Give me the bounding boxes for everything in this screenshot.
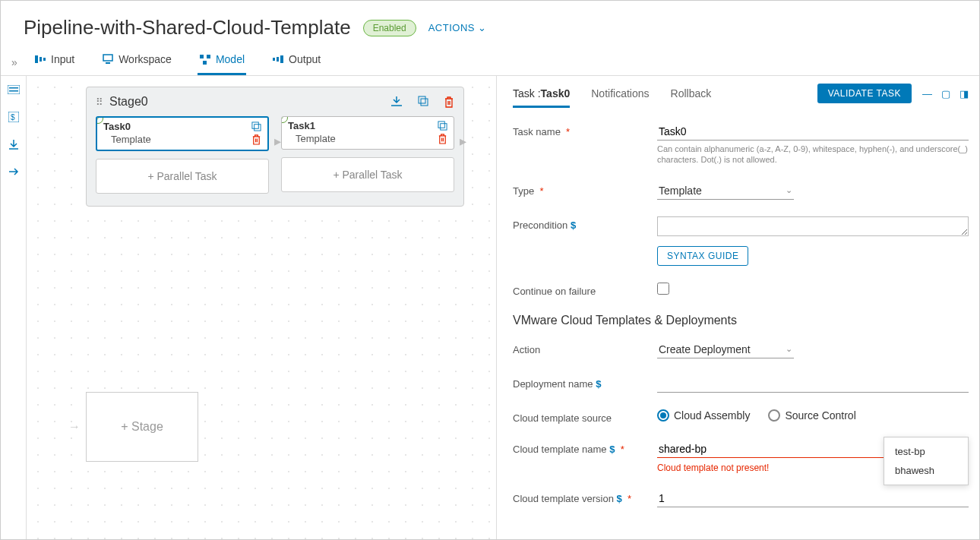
type-label: Type bbox=[513, 185, 534, 197]
download-icon[interactable] bbox=[6, 137, 21, 152]
task-name-input[interactable] bbox=[657, 123, 969, 141]
input-icon bbox=[34, 53, 46, 65]
panel-tab-task-name: Task0 bbox=[541, 87, 571, 99]
svg-rect-13 bbox=[9, 90, 18, 92]
drag-handle-icon[interactable]: ⠿ bbox=[96, 96, 103, 108]
chevron-down-icon: ⌄ bbox=[786, 344, 792, 354]
maximize-icon[interactable]: ▢ bbox=[941, 88, 950, 99]
arrow-right-icon[interactable] bbox=[6, 164, 21, 179]
page-title: Pipeline-with-Shared-Cloud-Template bbox=[24, 16, 351, 39]
radio-icon bbox=[768, 409, 780, 422]
add-parallel-task-button[interactable]: + Parallel Task bbox=[96, 159, 269, 194]
expand-sidebar-icon[interactable]: » bbox=[10, 52, 27, 73]
template-name-label: Cloud template name bbox=[513, 444, 607, 455]
task-name: Task1 bbox=[288, 120, 315, 131]
model-icon bbox=[199, 53, 211, 65]
delete-task-icon[interactable] bbox=[251, 134, 261, 145]
workspace-icon bbox=[102, 53, 114, 65]
tab-model-label: Model bbox=[216, 53, 245, 65]
download-stage-icon[interactable] bbox=[390, 96, 403, 108]
tab-input-label: Input bbox=[51, 53, 74, 65]
continue-label: Continue on failure bbox=[513, 286, 596, 297]
validate-task-button[interactable]: VALIDATE TASK bbox=[817, 84, 912, 103]
svg-rect-7 bbox=[203, 61, 207, 65]
flow-arrow-icon: ▸ bbox=[274, 133, 281, 150]
add-parallel-task-button[interactable]: + Parallel Task bbox=[281, 157, 454, 192]
delete-task-icon[interactable] bbox=[438, 133, 447, 144]
continue-on-failure-checkbox[interactable] bbox=[657, 283, 669, 295]
template-version-label: Cloud template version bbox=[513, 493, 614, 504]
deployment-name-label: Deployment name bbox=[513, 378, 593, 390]
task-card-task0[interactable]: ✓ Task0 Template bbox=[96, 116, 269, 151]
svg-rect-11 bbox=[8, 85, 20, 94]
panel-tab-task[interactable]: Task :Task0 bbox=[513, 87, 570, 108]
dock-icon[interactable]: ◨ bbox=[959, 88, 969, 99]
tab-model[interactable]: Model bbox=[198, 49, 246, 75]
chevron-down-icon: ⌄ bbox=[478, 22, 487, 33]
deployment-name-input[interactable] bbox=[657, 375, 969, 393]
svg-rect-4 bbox=[106, 62, 110, 64]
copy-stage-icon[interactable] bbox=[418, 96, 428, 108]
svg-text:$: $ bbox=[11, 113, 15, 122]
copy-task-icon[interactable] bbox=[251, 122, 261, 131]
type-value: Template bbox=[659, 185, 702, 197]
tab-workspace-label: Workspace bbox=[119, 53, 172, 65]
svg-rect-1 bbox=[40, 57, 42, 62]
stage-title: Stage0 bbox=[109, 95, 390, 109]
svg-rect-21 bbox=[441, 124, 447, 130]
type-select[interactable]: Template ⌄ bbox=[657, 182, 794, 200]
actions-dropdown[interactable]: ACTIONS ⌄ bbox=[428, 22, 487, 33]
tab-output[interactable]: Output bbox=[270, 49, 322, 75]
suggestion-item[interactable]: bhawesh bbox=[884, 461, 968, 480]
layout-icon[interactable] bbox=[6, 82, 21, 97]
delete-stage-icon[interactable] bbox=[444, 96, 454, 108]
task-card-task1[interactable]: ✓ Task1 Template bbox=[281, 116, 454, 150]
task-type: Template bbox=[296, 133, 336, 144]
toolbar-sidebar: $ bbox=[1, 76, 27, 539]
precondition-label: Precondition bbox=[513, 219, 567, 231]
panel-tab-task-prefix: Task : bbox=[513, 87, 541, 99]
action-select[interactable]: Create Deployment ⌄ bbox=[657, 341, 794, 358]
radio-source-control[interactable]: Source Control bbox=[768, 409, 855, 422]
suggestion-item[interactable]: test-bp bbox=[884, 442, 968, 461]
radio-label: Source Control bbox=[785, 409, 855, 422]
svg-rect-19 bbox=[254, 125, 261, 131]
output-icon bbox=[272, 53, 284, 65]
template-version-input[interactable] bbox=[657, 490, 969, 507]
svg-rect-16 bbox=[419, 96, 425, 103]
tab-input[interactable]: Input bbox=[33, 49, 76, 75]
radio-label: Cloud Assembly bbox=[674, 409, 750, 422]
tab-workspace[interactable]: Workspace bbox=[100, 49, 173, 75]
panel-tab-notifications[interactable]: Notifications bbox=[591, 87, 649, 108]
panel-resizer[interactable] bbox=[496, 76, 502, 539]
task-name-hint: Can contain alphanumeric (a-z, A-Z, 0-9)… bbox=[657, 144, 969, 166]
task-name: Task0 bbox=[103, 121, 131, 132]
svg-rect-10 bbox=[280, 55, 283, 63]
svg-rect-9 bbox=[277, 57, 279, 62]
pipeline-canvas[interactable]: ⠿ Stage0 ✓ Task0 bbox=[27, 76, 496, 539]
svg-rect-17 bbox=[421, 99, 428, 106]
variable-icon[interactable]: $ bbox=[6, 109, 21, 125]
minimize-icon[interactable]: — bbox=[922, 88, 932, 99]
copy-task-icon[interactable] bbox=[438, 121, 447, 131]
radio-icon bbox=[657, 409, 669, 422]
syntax-guide-button[interactable]: SYNTAX GUIDE bbox=[657, 246, 748, 266]
template-suggestions-popup: test-bp bhawesh bbox=[884, 437, 969, 485]
add-stage-button[interactable]: + Stage bbox=[86, 392, 198, 462]
flow-arrow-icon: ▸ bbox=[460, 133, 466, 150]
chevron-down-icon: ⌄ bbox=[786, 185, 792, 195]
action-label: Action bbox=[513, 344, 540, 355]
svg-rect-8 bbox=[273, 58, 275, 61]
task-name-label: Task name bbox=[513, 126, 561, 137]
svg-rect-18 bbox=[252, 122, 258, 128]
status-badge: Enabled bbox=[363, 20, 416, 36]
radio-cloud-assembly[interactable]: Cloud Assembly bbox=[657, 409, 750, 422]
template-source-label: Cloud template source bbox=[513, 412, 612, 424]
section-title: VMware Cloud Templates & Deployments bbox=[513, 314, 969, 327]
stage-card[interactable]: ⠿ Stage0 ✓ Task0 bbox=[86, 87, 464, 207]
svg-rect-0 bbox=[35, 55, 38, 63]
svg-rect-3 bbox=[103, 55, 112, 61]
panel-tab-rollback[interactable]: Rollback bbox=[671, 87, 712, 108]
precondition-input[interactable] bbox=[657, 216, 969, 236]
svg-rect-20 bbox=[438, 122, 444, 128]
